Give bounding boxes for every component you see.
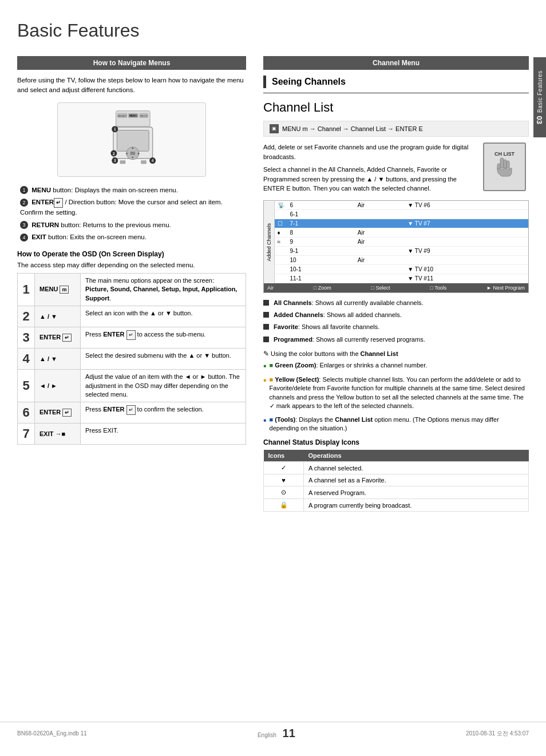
status-icon-4: 🔒 [264,499,304,512]
footer-zoom: □ Zoom [314,285,331,291]
channel-content-area: Add, delete or set Favorite channels and… [263,143,529,193]
osd-key-1: MENU m [35,274,81,306]
svg-rect-15 [130,152,134,155]
ch-type-9 [355,274,405,283]
button-desc-1: button: Displays the main on-screen menu… [53,187,178,193]
osd-key-7: EXIT →■ [35,423,81,445]
button-desc-3: button: Returns to the previous menu. [61,221,171,228]
page-title: Basic Features [0,11,546,41]
footer-tools: □ Tools [430,285,446,291]
ch-name-2 [405,209,528,219]
button-num-2: 2 [20,199,28,207]
ch-icon-6 [274,246,287,255]
blue-dot-icon: • [263,416,267,425]
seeing-channels-heading: Seeing Channels [263,76,529,93]
tv-diagram-area: MEDIA.P MENU FAV.CH [57,102,206,177]
ch-type-4: Air [355,228,405,237]
button-label-1: MENU [31,187,51,193]
left-column: How to Navigate Menus Before using the T… [17,56,258,517]
ch-type-1: Air [355,201,405,210]
svg-rect-25 [141,160,146,163]
channel-row-4: ♦ 8 Air [264,228,528,237]
status-icon-2: ♥ [264,474,304,486]
ch-icon-9 [274,274,287,283]
ch-num-9: 11-1 [287,274,355,283]
svg-text:MEDIA.P: MEDIA.P [118,114,127,117]
osd-row-7: 7 EXIT →■ Press EXIT. [18,423,246,445]
programmed-label: Programmed [274,336,312,343]
yellow-select-label: Yellow (Select) [275,376,319,383]
channel-bullets: All Channels: Shows all currently availa… [263,299,529,345]
status-desc-1: A channel selected. [304,462,529,474]
button-list: 1 MENU button: Displays the main on-scre… [17,185,246,243]
ch-name-1: ▼ TV #6 [405,201,528,210]
channel-row-6: 9-1 ▼ TV #9 [264,246,528,255]
osd-key-6: ENTER ↵ [35,402,81,423]
osd-key-3: ENTER ↵ [35,327,81,349]
bullet-square-2 [263,312,269,318]
osd-num-4: 4 [18,349,35,370]
channel-text-2: Select a channel in the All Channels, Ad… [263,165,477,193]
osd-num-6: 6 [18,402,35,423]
status-row-2: ♥ A channel set as a Favorite. [264,474,529,486]
channel-menu-header: Channel Menu [263,56,529,70]
osd-desc-7: Press EXIT. [81,423,246,445]
green-dot-icon: • [263,362,267,371]
ch-name-6: ▼ TV #9 [405,246,528,255]
osd-row-6: 6 ENTER ↵ Press ENTER ↵ to confirm the s… [18,402,246,423]
right-column: Channel Menu Seeing Channels Channel Lis… [258,56,529,517]
osd-row-1: 1 MENU m The main menu options appear on… [18,274,246,306]
osd-desc-5: Adjust the value of an item with the ◄ o… [81,370,246,402]
bullet-all-channels: All Channels: Shows all currently availa… [263,299,529,307]
button-desc-4: button: Exits the on-screen menu. [48,233,147,240]
svg-text:3: 3 [114,159,116,163]
channel-row-3: ☐ 7-1 ▼ TV #7 [264,219,528,228]
svg-rect-28 [507,161,509,168]
button-item-4: 4 EXIT button: Exits the on-screen menu. [17,232,246,242]
bullet-square-1 [263,300,269,306]
status-desc-3: A reserved Program. [304,486,529,499]
bullet-added-channels: Added Channels: Shows all added channels… [263,311,529,319]
menu-path-icon: ▣ [270,124,279,133]
ch-name-7 [405,255,528,264]
ch-icon-2 [274,209,287,219]
osd-subtitle: The access step may differ depending on … [17,262,246,268]
channel-text-area: Add, delete or set Favorite channels and… [263,143,477,193]
status-row-4: 🔒 A program currently being broadcast. [264,499,529,512]
bullet-favorite: Favorite: Shows all favorite channels. [263,323,529,331]
svg-text:2: 2 [113,151,115,155]
osd-desc-2: Select an icon with the ▲ or ▼ button. [81,306,246,327]
yellow-btn-text: ■ Yellow (Select): Selects multiple chan… [270,375,529,411]
button-item-1: 1 MENU button: Displays the main on-scre… [17,185,246,195]
button-item-2: 2 ENTER↵ / Direction button: Move the cu… [17,197,246,218]
osd-key-5: ◄ / ► [35,370,81,402]
button-num-3: 3 [20,221,28,229]
osd-row-2: 2 ▲ / ▼ Select an icon with the ▲ or ▼ b… [18,306,246,327]
channel-text-1: Add, delete or set Favorite channels and… [263,143,477,161]
ch-name-3: ▼ TV #7 [405,219,528,228]
osd-num-7: 7 [18,423,35,445]
status-icon-1: ✓ [264,462,304,474]
side-tab-text: Basic Features [537,70,543,113]
status-title: Channel Status Display Icons [263,438,529,446]
ch-name-9: ▼ TV #11 [405,274,528,283]
side-tab: 03 Basic Features [533,57,546,137]
color-buttons-section: ✎ Using the color buttons with the Chann… [263,350,529,433]
enter-icon-6: ↵ [62,409,72,417]
footer-right: English 11 [258,727,295,740]
bullet-text-4: Programmed: Shows all currently reserved… [274,335,425,344]
status-col-operations: Operations [304,450,529,462]
ch-type-3 [355,219,405,228]
ch-num-8: 10-1 [287,264,355,274]
svg-text:1: 1 [114,127,116,131]
osd-row-3: 3 ENTER ↵ Press ENTER ↵ to access the su… [18,327,246,349]
ch-list-img: CH LIST [483,143,526,191]
seeing-channels-bar [263,76,266,88]
bullet-text-2: Added Channels: Shows all added channels… [274,311,402,319]
channel-table-footer: Air □ Zoom □ Select □ Tools ► Next Progr… [264,283,528,292]
bullet-text-1: All Channels: Shows all currently availa… [274,299,424,307]
color-btn-blue: • ■ (Tools): Displays the Channel List o… [263,415,529,433]
ch-icon-3: ☐ [274,219,287,228]
color-btn-yellow: • ■ Yellow (Select): Selects multiple ch… [263,375,529,411]
ch-icon-8 [274,264,287,274]
